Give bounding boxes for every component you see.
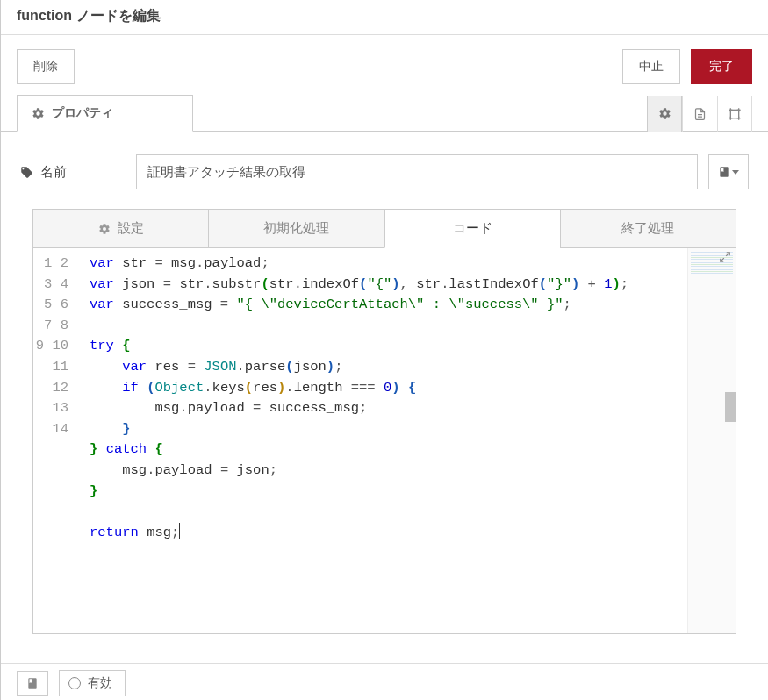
code-editor[interactable]: 1 2 3 4 5 6 7 8 9 10 11 12 13 14 var str…	[32, 248, 736, 634]
name-input[interactable]	[136, 154, 698, 189]
tag-icon	[20, 166, 33, 179]
name-label: 名前	[20, 164, 126, 181]
book-icon	[718, 166, 730, 178]
tab-close[interactable]: 終了処理	[560, 209, 736, 248]
enabled-toggle[interactable]: 有効	[59, 670, 126, 696]
tab-appearance-icon[interactable]	[717, 96, 752, 132]
scrollbar[interactable]	[725, 248, 736, 633]
footer-library-button[interactable]	[17, 671, 48, 696]
enabled-label: 有効	[88, 675, 112, 691]
tab-initialize[interactable]: 初期化処理	[208, 209, 384, 248]
tab-code-label: コード	[453, 220, 492, 237]
tab-description-icon[interactable]	[682, 96, 717, 132]
crop-icon	[728, 107, 742, 121]
radio-off-icon	[68, 677, 81, 689]
delete-button[interactable]: 削除	[17, 49, 75, 84]
tab-setup-label: 設定	[118, 220, 144, 237]
gear-icon	[98, 223, 111, 235]
svg-line-12	[721, 258, 724, 261]
minimap[interactable]	[687, 248, 736, 633]
tab-node-settings-icon[interactable]	[647, 96, 682, 132]
gear-icon	[32, 107, 45, 120]
footer-bar: 有効	[1, 663, 768, 700]
svg-rect-2	[730, 110, 738, 118]
tab-close-label: 終了処理	[621, 220, 674, 237]
book-icon	[26, 677, 39, 689]
chevron-down-icon	[732, 170, 739, 175]
tab-code[interactable]: コード	[384, 209, 561, 248]
done-button[interactable]: 完了	[691, 49, 752, 84]
document-icon	[693, 107, 707, 121]
scrollbar-thumb[interactable]	[725, 392, 736, 422]
gear-icon	[658, 107, 671, 120]
tab-setup[interactable]: 設定	[32, 209, 209, 248]
tab-properties-label: プロパティ	[52, 105, 113, 121]
top-tabs: プロパティ	[1, 95, 768, 132]
tab-initialize-label: 初期化処理	[263, 220, 329, 237]
library-button[interactable]	[708, 154, 749, 189]
code-content[interactable]: var str = msg.payload; var json = str.su…	[77, 248, 687, 633]
action-bar: 削除 中止 完了	[1, 35, 768, 95]
cancel-button[interactable]: 中止	[622, 49, 680, 84]
tab-properties[interactable]: プロパティ	[17, 95, 193, 132]
name-row: 名前	[20, 154, 749, 189]
dialog-title: function ノードを編集	[1, 0, 768, 35]
name-label-text: 名前	[40, 164, 67, 181]
function-tabs: 設定 初期化処理 コード 終了処理	[32, 209, 736, 248]
line-number-gutter: 1 2 3 4 5 6 7 8 9 10 11 12 13 14	[33, 248, 77, 633]
